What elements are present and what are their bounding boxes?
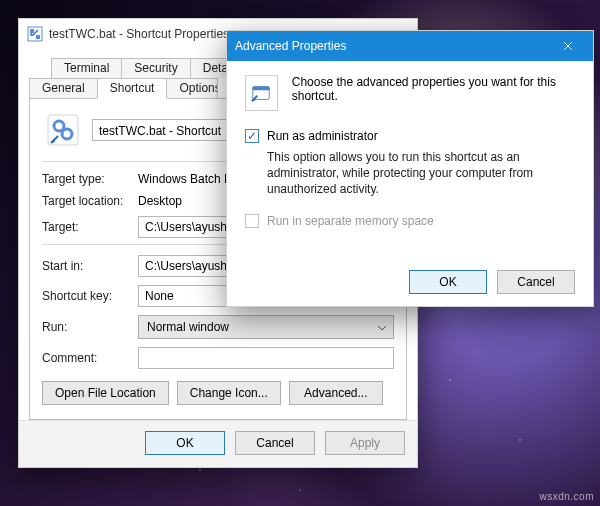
run-separate-memory-checkbox <box>245 214 259 228</box>
chevron-down-icon <box>377 320 387 334</box>
run-dropdown[interactable]: Normal window <box>138 315 394 339</box>
cancel-button[interactable]: Cancel <box>235 431 315 455</box>
tab-general[interactable]: General <box>29 78 98 99</box>
ok-button[interactable]: OK <box>409 270 487 294</box>
apply-button[interactable]: Apply <box>325 431 405 455</box>
tab-security[interactable]: Security <box>121 58 190 78</box>
run-dropdown-value: Normal window <box>147 320 229 334</box>
svg-rect-5 <box>253 87 270 91</box>
target-label: Target: <box>42 220 138 234</box>
advanced-properties-dialog: Advanced Properties Choose the advanced … <box>226 30 594 307</box>
comment-field[interactable] <box>138 347 394 369</box>
file-icon <box>46 113 80 147</box>
titlebar[interactable]: Advanced Properties <box>227 31 593 61</box>
window-title: Advanced Properties <box>235 39 346 53</box>
tab-terminal[interactable]: Terminal <box>51 58 122 78</box>
window-icon <box>27 26 43 42</box>
tab-options[interactable]: Options <box>166 78 218 99</box>
window-title: testTWC.bat - Shortcut Properties <box>49 27 229 41</box>
dialog-footer: OK Cancel Apply <box>19 420 417 467</box>
close-button[interactable] <box>547 31 589 61</box>
start-in-label: Start in: <box>42 259 138 273</box>
change-icon-button[interactable]: Change Icon... <box>177 381 281 405</box>
target-location-label: Target location: <box>42 194 138 208</box>
watermark: wsxdn.com <box>539 491 594 502</box>
shortcut-key-label: Shortcut key: <box>42 289 138 303</box>
intro-text: Choose the advanced properties you want … <box>292 75 575 103</box>
open-file-location-button[interactable]: Open File Location <box>42 381 169 405</box>
run-separate-memory-label: Run in separate memory space <box>267 214 434 228</box>
cancel-button[interactable]: Cancel <box>497 270 575 294</box>
tab-shortcut[interactable]: Shortcut <box>97 78 168 99</box>
advanced-button[interactable]: Advanced... <box>289 381 383 405</box>
run-as-admin-description: This option allows you to run this short… <box>267 149 567 198</box>
shortcut-icon <box>245 75 278 111</box>
target-type-label: Target type: <box>42 172 138 186</box>
ok-button[interactable]: OK <box>145 431 225 455</box>
run-as-admin-label: Run as administrator <box>267 129 378 143</box>
run-label: Run: <box>42 320 138 334</box>
comment-label: Comment: <box>42 351 138 365</box>
run-as-admin-checkbox[interactable] <box>245 129 259 143</box>
